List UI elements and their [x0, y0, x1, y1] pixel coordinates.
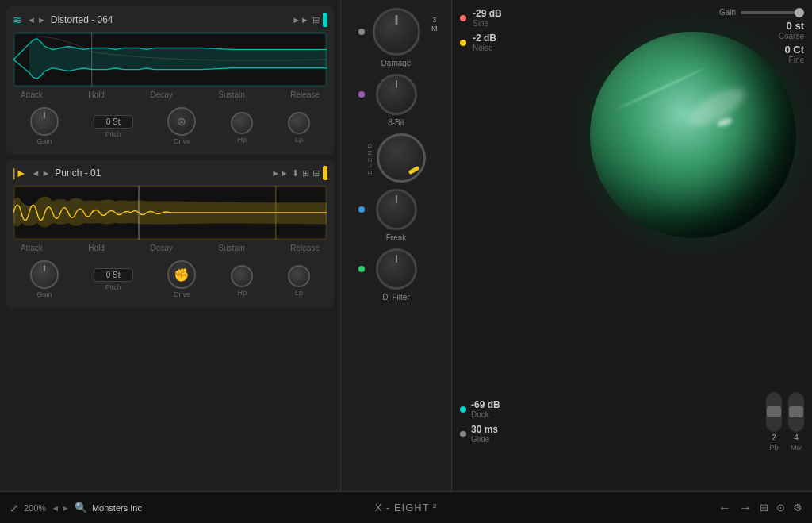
- nav-right-button[interactable]: →: [739, 501, 752, 515]
- track2-hp-knob[interactable]: [231, 265, 253, 287]
- fx-panel: 3 M Damage 8-Bit BLEND Freak: [341, 0, 452, 491]
- blend-label-vertical: BLEND: [366, 141, 373, 175]
- release-label: Release: [290, 90, 320, 99]
- track1-pitch-label: Pitch: [105, 130, 121, 138]
- freak-row: Freak: [347, 189, 445, 242]
- bit8-label: 8-Bit: [388, 118, 404, 127]
- decay-label: Decay: [150, 90, 172, 99]
- track1-hp-knob-item: Hp: [231, 109, 253, 144]
- duck-row: -69 dB Duck: [460, 399, 500, 419]
- track2-gain-knob[interactable]: [30, 260, 59, 289]
- mw-fader[interactable]: [788, 392, 804, 432]
- right-panel: -29 dB Sine -2 dB Noise Gain: [452, 0, 812, 491]
- track2-grid[interactable]: ⊞: [312, 168, 320, 179]
- t2-attack-label: Attack: [21, 244, 43, 252]
- track1-header: ≋ ◄► Distorted - 064 ►► ⊞: [13, 13, 327, 27]
- track2-lp-label: Lp: [295, 289, 303, 297]
- track2-nav[interactable]: ◄►: [32, 168, 51, 178]
- track1-gain-knob-item: Gain: [30, 107, 59, 145]
- freak-knob-container: [371, 189, 422, 230]
- coarse-value: 0 st: [787, 20, 804, 32]
- track1-gain-knob[interactable]: [30, 107, 59, 136]
- duck-label: Duck: [471, 410, 500, 419]
- track2-hp-label: Hp: [238, 289, 247, 297]
- search-icon[interactable]: 🔍: [75, 502, 87, 513]
- sphere-container: [590, 32, 796, 238]
- t2-decay-label: Decay: [150, 244, 172, 252]
- pb-mw-faders: 2 Pb 4 Mw: [766, 392, 804, 452]
- track1-knob-row: Gain 0 St Pitch ⊛ Drive Hp Lp: [13, 104, 327, 148]
- track2-lp-knob[interactable]: [288, 265, 310, 287]
- damage-dot: [358, 29, 365, 35]
- mw-fader-thumb[interactable]: [789, 406, 803, 417]
- gain-slider[interactable]: [741, 11, 804, 14]
- grid-button[interactable]: ⊞: [760, 502, 768, 513]
- glide-label: Glide: [471, 435, 498, 444]
- zoom-value: 200%: [24, 503, 46, 513]
- track2-pitch-display[interactable]: 0 St: [94, 268, 133, 282]
- damage-knob[interactable]: [373, 8, 420, 56]
- camera-button[interactable]: ⊙: [776, 502, 785, 513]
- t2-hold-label: Hold: [88, 244, 105, 252]
- djfilter-row: Dj Filter: [347, 248, 445, 302]
- blend-knob[interactable]: [377, 133, 426, 183]
- zoom-arrows[interactable]: ◄►: [51, 503, 70, 513]
- track2-pitch-label: Pitch: [105, 283, 121, 291]
- bottom-left: ⤢ 200% ◄► 🔍 Monsters Inc: [10, 502, 270, 514]
- sphere-stripe: [618, 67, 705, 110]
- nav-left-button[interactable]: ←: [718, 501, 731, 515]
- track1-play[interactable]: ►►: [292, 15, 309, 25]
- osc-section: -29 dB Sine -2 dB Noise: [460, 8, 502, 52]
- track2-drive-knob[interactable]: ✊: [167, 260, 196, 289]
- track2-play[interactable]: ►►: [271, 168, 289, 178]
- freak-knob[interactable]: [376, 189, 417, 230]
- track1-lp-knob[interactable]: [288, 112, 310, 134]
- pb-fader-thumb[interactable]: [767, 406, 781, 417]
- track2-color-bar: [323, 166, 327, 180]
- djfilter-knob[interactable]: [376, 248, 417, 290]
- track2-section: |► ◄► Punch - 01 ►► ⬇ ⊞ ⊞: [6, 160, 334, 308]
- track1-lp-knob-item: Lp: [288, 109, 310, 144]
- track2-waveform[interactable]: [13, 185, 327, 240]
- preset-name: Monsters Inc: [92, 503, 142, 513]
- glide-dot: [460, 431, 466, 437]
- sustain-label: Sustain: [218, 90, 244, 99]
- track2-piano[interactable]: ⊞: [302, 168, 309, 179]
- freak-dot: [358, 206, 365, 213]
- duck-db: -69 dB: [471, 399, 500, 410]
- bottom-right-controls: ← → ⊞ ⊙ ⚙: [542, 501, 802, 515]
- track1-drive-knob-item: ⊛ Drive: [167, 107, 196, 145]
- track2-name: Punch - 01: [55, 167, 266, 179]
- track2-gain-label: Gain: [36, 290, 52, 298]
- track2-header: |► ◄► Punch - 01 ►► ⬇ ⊞ ⊞: [13, 166, 327, 180]
- track1-lp-label: Lp: [295, 136, 303, 144]
- track1-pitch-display[interactable]: 0 St: [94, 115, 133, 129]
- track1-envelope-labels: Attack Hold Decay Sustain Release: [13, 90, 327, 99]
- sine-db: -29 dB: [473, 8, 502, 19]
- track2-drive-label: Drive: [174, 290, 190, 298]
- noise-dot: [460, 40, 466, 46]
- pb-fader[interactable]: [766, 392, 782, 432]
- glide-info: 30 ms Glide: [471, 424, 498, 444]
- track1-hp-knob[interactable]: [231, 112, 253, 134]
- track1-drive-knob[interactable]: ⊛: [167, 107, 196, 136]
- gain-slider-thumb[interactable]: [795, 8, 804, 17]
- track1-grid[interactable]: ⊞: [312, 15, 320, 25]
- expand-icon[interactable]: ⤢: [10, 502, 19, 514]
- settings-button[interactable]: ⚙: [793, 502, 802, 513]
- bit8-row: 8-Bit: [347, 74, 445, 127]
- track1-nav[interactable]: ◄►: [27, 15, 46, 25]
- noise-db: -2 dB: [473, 33, 496, 44]
- gain-slider-label: Gain: [719, 8, 736, 17]
- track2-knob-row: Gain 0 St Pitch ✊ Drive Hp Lp: [13, 257, 327, 302]
- bit8-knob-container: [371, 74, 422, 115]
- track1-waveform[interactable]: [13, 32, 327, 87]
- pb-item: 2 Pb: [766, 392, 782, 452]
- t2-release-label: Release: [290, 244, 320, 252]
- sine-osc-row: -29 dB Sine: [460, 8, 502, 28]
- track2-icon: |►: [13, 167, 27, 179]
- bit8-knob[interactable]: [376, 74, 417, 115]
- track2-download[interactable]: ⬇: [292, 168, 299, 179]
- track2-lp-knob-item: Lp: [288, 262, 310, 297]
- track1-controls: ►► ⊞: [292, 13, 327, 27]
